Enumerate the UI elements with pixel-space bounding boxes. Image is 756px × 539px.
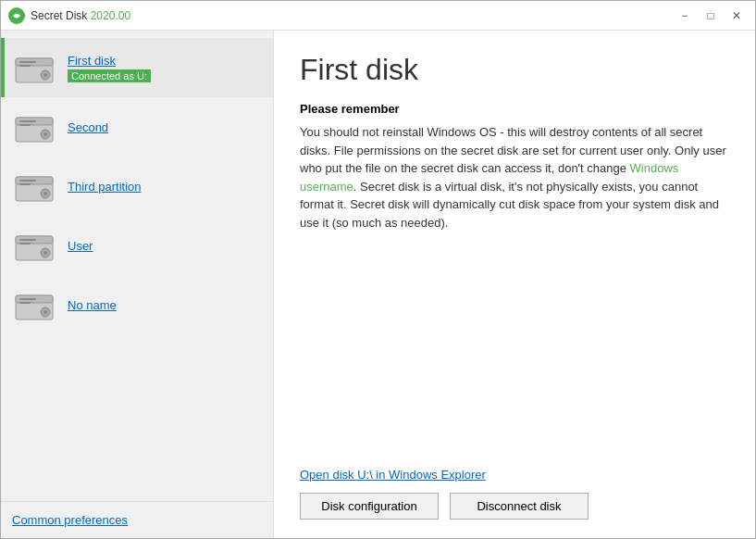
open-disk-link[interactable]: Open disk U:\ in Windows Explorer	[300, 468, 729, 482]
version-label: 2020.00	[91, 9, 130, 22]
disk-icon-no-name	[12, 282, 56, 327]
sidebar-item-first-disk[interactable]: First disk Connected as U:	[1, 38, 273, 97]
sidebar-item-info-user: User	[68, 239, 93, 253]
svg-rect-30	[19, 302, 31, 304]
disk-configuration-button[interactable]: Disk configuration	[300, 493, 439, 520]
title-bar-text: Secret Disk 2020.00	[31, 9, 130, 22]
svg-point-28	[43, 310, 47, 314]
title-bar: Secret Disk 2020.00 − □ ✕	[1, 1, 755, 31]
svg-rect-11	[19, 120, 36, 122]
svg-rect-5	[19, 61, 36, 63]
disk-icon-first	[12, 45, 56, 90]
svg-point-10	[43, 132, 47, 136]
disk-icon-second	[12, 105, 56, 149]
sidebar-item-name-no-name[interactable]: No name	[68, 298, 117, 312]
sidebar-item-third-partition[interactable]: Third partition	[1, 157, 273, 216]
sidebar-item-name-second[interactable]: Second	[68, 120, 108, 134]
app-icon	[8, 7, 25, 24]
svg-rect-12	[19, 124, 31, 126]
sidebar: First disk Connected as U:	[1, 31, 274, 538]
remember-heading: Please remember	[300, 102, 729, 116]
main-footer: Open disk U:\ in Windows Explorer Disk c…	[300, 453, 729, 520]
svg-rect-18	[19, 183, 31, 185]
svg-rect-29	[19, 298, 36, 300]
svg-point-22	[43, 251, 47, 255]
windows-username-highlight: Windows username	[300, 161, 678, 194]
svg-rect-23	[19, 239, 36, 241]
svg-rect-6	[19, 65, 31, 67]
sidebar-items-list: First disk Connected as U:	[1, 31, 273, 501]
disk-icon-user	[12, 223, 56, 268]
sidebar-item-info-no-name: No name	[68, 298, 117, 312]
restore-button[interactable]: □	[700, 5, 722, 27]
sidebar-item-second[interactable]: Second	[1, 97, 273, 157]
minimize-button[interactable]: −	[674, 5, 696, 27]
sidebar-item-name-first[interactable]: First disk	[68, 54, 151, 68]
main-panel: First disk Please remember You should no…	[274, 31, 755, 538]
sidebar-item-user[interactable]: User	[1, 216, 273, 275]
sidebar-item-info-first: First disk Connected as U:	[68, 54, 151, 82]
sidebar-item-info-second: Second	[68, 120, 108, 134]
title-bar-controls: − □ ✕	[674, 5, 748, 27]
sidebar-item-info-third: Third partition	[68, 180, 141, 194]
disconnect-disk-button[interactable]: Disconnect disk	[450, 493, 589, 520]
disk-icon-third	[12, 164, 56, 208]
svg-rect-17	[19, 180, 36, 182]
sidebar-footer: Common preferences	[1, 501, 273, 538]
main-title: First disk	[300, 53, 729, 87]
action-buttons: Disk configuration Disconnect disk	[300, 493, 729, 520]
svg-point-16	[43, 192, 47, 195]
common-preferences-link[interactable]: Common preferences	[12, 513, 128, 527]
sidebar-item-no-name[interactable]: No name	[1, 275, 273, 334]
close-button[interactable]: ✕	[725, 5, 748, 27]
svg-point-4	[43, 73, 47, 77]
sidebar-item-name-third[interactable]: Third partition	[68, 180, 141, 194]
app-window: Secret Disk 2020.00 − □ ✕	[0, 0, 756, 539]
app-name-label: Secret Disk	[31, 9, 91, 22]
remember-text: You should not reinstall Windows OS - th…	[300, 123, 729, 232]
content-area: First disk Connected as U:	[1, 31, 755, 538]
sidebar-item-status-first: Connected as U:	[68, 69, 151, 82]
sidebar-item-name-user[interactable]: User	[68, 239, 93, 253]
svg-rect-24	[19, 243, 31, 244]
title-bar-left: Secret Disk 2020.00	[8, 7, 130, 24]
